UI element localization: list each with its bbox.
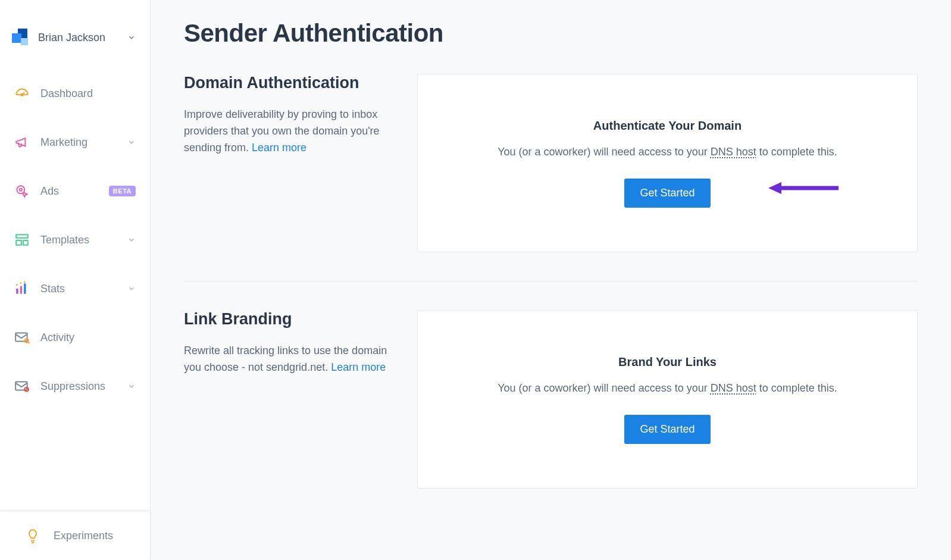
section-heading: Link Branding — [184, 310, 398, 329]
svg-point-10 — [16, 284, 18, 286]
section-heading: Domain Authentication — [184, 74, 398, 92]
annotation-arrow-icon — [768, 181, 840, 195]
sidebar-item-label: Dashboard — [40, 87, 136, 100]
sidebar-item-label: Experiments — [54, 530, 136, 542]
sidebar-item-label: Activity — [40, 331, 136, 344]
account-logo-icon — [12, 29, 30, 46]
account-switcher[interactable]: Brian Jackson — [0, 0, 150, 70]
card-description: You (or a coworker) will need access to … — [498, 382, 837, 395]
bar-chart-icon — [14, 281, 30, 296]
main-content: Sender Authentication Domain Authenticat… — [151, 0, 951, 560]
account-name: Brian Jackson — [38, 32, 119, 44]
svg-point-11 — [20, 282, 21, 284]
svg-rect-8 — [20, 286, 22, 294]
svg-rect-5 — [16, 240, 21, 245]
chevron-down-icon — [127, 382, 136, 390]
get-started-button[interactable]: Get Started — [624, 179, 710, 208]
sidebar-item-templates[interactable]: Templates — [0, 217, 150, 263]
megaphone-icon — [14, 134, 30, 150]
svg-rect-9 — [24, 283, 26, 293]
gauge-icon — [14, 86, 30, 101]
learn-more-link[interactable]: Learn more — [331, 361, 386, 373]
chevron-down-icon — [127, 236, 136, 244]
sidebar-item-suppressions[interactable]: Suppressions — [0, 363, 150, 409]
sidebar-item-experiments[interactable]: Experiments — [0, 511, 150, 560]
section-description: Rewrite all tracking links to use the do… — [184, 343, 398, 376]
dns-host-term: DNS host — [711, 146, 756, 158]
section-link-branding: Link Branding Rewrite all tracking links… — [184, 281, 918, 517]
sidebar-item-activity[interactable]: Activity — [0, 314, 150, 361]
card-authenticate-domain: Authenticate Your Domain You (or a cowor… — [417, 74, 918, 252]
svg-point-14 — [24, 339, 29, 343]
lightbulb-icon — [25, 528, 40, 543]
svg-rect-4 — [16, 234, 28, 237]
chevron-down-icon — [127, 138, 136, 146]
get-started-button[interactable]: Get Started — [624, 415, 710, 444]
svg-rect-13 — [15, 333, 27, 341]
sidebar-item-label: Marketing — [40, 136, 117, 149]
learn-more-link[interactable]: Learn more — [252, 142, 306, 154]
sidebar-item-ads[interactable]: Ads BETA — [0, 168, 150, 214]
section-description: Improve deliverability by proving to inb… — [184, 107, 398, 157]
page-title: Sender Authentication — [184, 19, 918, 48]
sidebar-nav: Dashboard Marketing Ads BETA — [0, 70, 150, 409]
mail-block-icon — [14, 378, 30, 394]
sidebar: Brian Jackson Dashboard Marketing — [0, 0, 151, 560]
sidebar-item-marketing[interactable]: Marketing — [0, 119, 150, 165]
layout-icon — [14, 232, 30, 248]
svg-rect-7 — [16, 289, 18, 294]
card-title: Brand Your Links — [618, 355, 717, 369]
sidebar-item-label: Templates — [40, 234, 117, 246]
beta-badge: BETA — [109, 186, 136, 196]
card-brand-links: Brand Your Links You (or a coworker) wil… — [417, 310, 918, 489]
cursor-icon — [14, 183, 30, 199]
sidebar-item-label: Suppressions — [40, 380, 117, 393]
svg-rect-16 — [15, 381, 27, 390]
chevron-down-icon — [127, 33, 136, 42]
card-description: You (or a coworker) will need access to … — [498, 146, 837, 158]
svg-line-15 — [28, 342, 29, 343]
chevron-down-icon — [127, 284, 136, 293]
sidebar-item-label: Stats — [40, 283, 117, 295]
sidebar-item-stats[interactable]: Stats — [0, 265, 150, 312]
svg-marker-20 — [768, 182, 781, 194]
card-title: Authenticate Your Domain — [593, 119, 742, 133]
svg-point-12 — [24, 281, 26, 283]
svg-point-3 — [20, 189, 22, 191]
mail-search-icon — [14, 330, 30, 345]
sidebar-bottom: Experiments — [0, 511, 150, 560]
sidebar-item-dashboard[interactable]: Dashboard — [0, 70, 150, 117]
sidebar-item-label: Ads — [40, 185, 98, 198]
dns-host-term: DNS host — [711, 382, 756, 394]
svg-rect-6 — [23, 240, 28, 245]
section-domain-authentication: Domain Authentication Improve deliverabi… — [184, 74, 918, 281]
